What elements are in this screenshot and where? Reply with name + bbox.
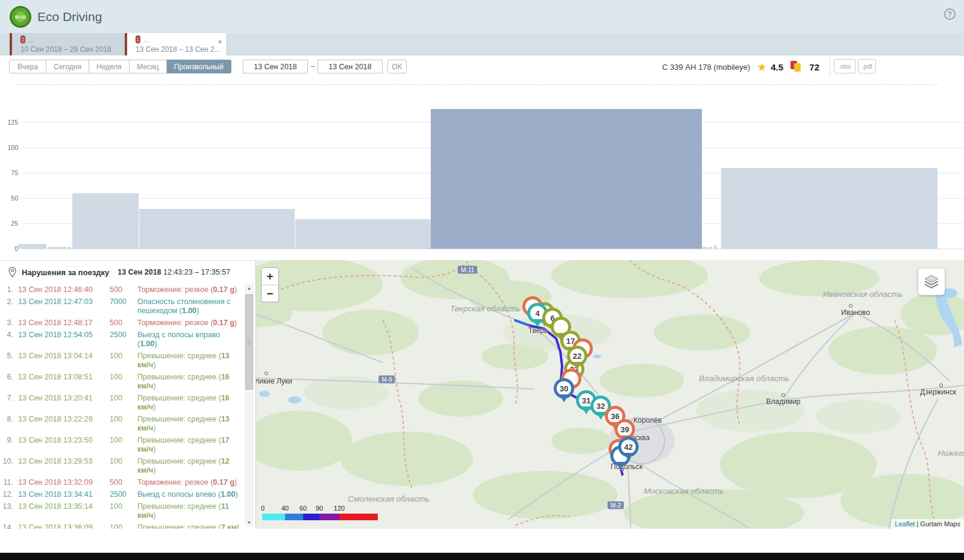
violation-row[interactable]: 12.13 Сен 2018 13:34:412500Выезд с полос… bbox=[0, 488, 243, 500]
violation-row[interactable]: 11.13 Сен 2018 13:32:09500Торможение: ре… bbox=[0, 476, 243, 488]
chart-bar[interactable] bbox=[139, 209, 295, 249]
zoom-in-button[interactable]: + bbox=[261, 268, 278, 285]
chart-bar[interactable] bbox=[703, 247, 707, 249]
chart-bar[interactable] bbox=[295, 219, 431, 249]
chart-bar[interactable] bbox=[72, 193, 139, 249]
vehicle-icon bbox=[20, 36, 25, 43]
violation-row[interactable]: 1.13 Сен 2018 12:46:40500Торможение: рез… bbox=[0, 284, 243, 296]
chart-bar[interactable] bbox=[63, 247, 66, 249]
range-button-1[interactable]: Вчера bbox=[9, 60, 46, 73]
violation-description: Торможение: резкое (0.17 g) bbox=[137, 478, 243, 487]
violation-description: Превышение: среднее (13 км/ч) bbox=[137, 352, 243, 370]
chart-bar[interactable] bbox=[18, 244, 46, 249]
chart-ytick-label: 100 bbox=[0, 144, 18, 151]
chart-bar[interactable] bbox=[67, 247, 70, 249]
tab-report-1[interactable]: ... 10 Сен 2018 – 28 Сен 2018 bbox=[10, 33, 124, 55]
tab-report-2[interactable]: ... 13 Сен 2018 – 13 Сен 2... × bbox=[125, 33, 227, 55]
tab-bar: ... 10 Сен 2018 – 28 Сен 2018 ... 13 Сен… bbox=[0, 33, 964, 55]
violation-penalty-value: 2500 bbox=[110, 331, 137, 340]
chart-ytick-label: 75 bbox=[0, 169, 18, 176]
violations-scrollbar[interactable]: ▲ ▼ bbox=[245, 284, 254, 527]
leaflet-link[interactable]: Leaflet bbox=[895, 520, 915, 527]
map-marker-22[interactable]: 22 bbox=[567, 346, 587, 366]
date-from-input[interactable]: 13 Сен 2018 bbox=[243, 60, 308, 73]
region-label: Нижегородская область bbox=[937, 449, 964, 458]
city-label: Королёв bbox=[634, 416, 662, 425]
violation-row[interactable]: 7.13 Сен 2018 13:20:41100Превышение: сре… bbox=[0, 392, 243, 413]
help-icon[interactable]: ? bbox=[944, 8, 956, 20]
violations-count: 72 bbox=[809, 62, 819, 72]
trips-penalty-chart[interactable]: 0255075100125 bbox=[0, 78, 964, 260]
violation-number: 14. bbox=[0, 523, 18, 529]
violation-number: 4. bbox=[0, 331, 18, 340]
violation-penalty-value: 100 bbox=[110, 373, 137, 382]
range-button-4[interactable]: Месяц bbox=[130, 60, 167, 73]
road-badge: М-11 bbox=[458, 266, 477, 274]
range-button-5[interactable]: Произвольный bbox=[167, 60, 231, 73]
city-dot bbox=[781, 393, 785, 397]
violation-row[interactable]: 3.13 Сен 2018 12:48:17500Торможение: рез… bbox=[0, 317, 243, 329]
speed-legend-segment bbox=[339, 514, 378, 520]
export-pdf-button[interactable]: .pdf bbox=[858, 59, 876, 73]
penalty-cards-icon bbox=[790, 61, 803, 72]
map-marker-42[interactable]: 42 bbox=[618, 437, 639, 457]
region-label: Московская область bbox=[644, 487, 724, 496]
violation-number: 2. bbox=[0, 297, 18, 306]
violation-penalty-value: 100 bbox=[110, 523, 137, 529]
zoom-out-button[interactable]: − bbox=[261, 285, 278, 302]
date-separator: – bbox=[311, 62, 315, 70]
violation-row[interactable]: 4.13 Сен 2018 12:54:052500Выезд с полосы… bbox=[0, 329, 243, 350]
city-label: Владимир bbox=[766, 397, 800, 406]
violation-penalty-value: 2500 bbox=[110, 490, 137, 499]
marker-number: 30 bbox=[557, 381, 571, 396]
violation-penalty-value: 100 bbox=[110, 457, 137, 466]
chart-ytick-label: 25 bbox=[0, 220, 18, 227]
chart-bar[interactable] bbox=[709, 247, 712, 249]
ok-button[interactable]: OK bbox=[387, 60, 407, 73]
toolbar: ВчераСегодняНеделяМесяцПроизвольный 13 С… bbox=[0, 55, 964, 78]
range-button-3[interactable]: Неделя bbox=[89, 60, 130, 73]
scroll-up-icon[interactable]: ▲ bbox=[245, 284, 254, 293]
speed-legend: 0406090120 bbox=[262, 505, 383, 524]
scroll-down-icon[interactable]: ▼ bbox=[245, 518, 254, 527]
map-zoom-control: + − bbox=[261, 267, 279, 302]
violation-row[interactable]: 6.13 Сен 2018 13:08:51100Превышение: сре… bbox=[0, 371, 243, 392]
violation-row[interactable]: 13.13 Сен 2018 13:35:14100Превышение: ср… bbox=[0, 500, 243, 521]
chart-gridline bbox=[23, 249, 964, 249]
chart-bar[interactable] bbox=[48, 247, 63, 249]
eco-driving-app: ECO Eco Driving ? ... 10 Сен 2018 – 28 С… bbox=[0, 0, 964, 560]
violation-row[interactable]: 2.13 Сен 2018 12:47:037000Опасность стол… bbox=[0, 296, 243, 317]
violation-description: Превышение: среднее (7 км/ч) bbox=[137, 523, 243, 529]
violation-row[interactable]: 14.13 Сен 2018 13:36:09100Превышение: ср… bbox=[0, 521, 243, 529]
speed-legend-segment bbox=[285, 514, 303, 520]
map-marker-30[interactable]: 30 bbox=[554, 378, 574, 399]
violation-row[interactable]: 10.13 Сен 2018 13:29:53100Превышение: ср… bbox=[0, 455, 243, 476]
violation-row[interactable]: 9.13 Сен 2018 13:23:50100Превышение: сре… bbox=[0, 434, 243, 455]
map-tiles bbox=[256, 260, 964, 529]
scrollbar-thumb[interactable] bbox=[245, 294, 253, 390]
speed-tick-label: 90 bbox=[316, 505, 323, 512]
chart-bar[interactable] bbox=[721, 168, 937, 249]
close-tab-icon[interactable]: × bbox=[218, 39, 222, 45]
violation-number: 11. bbox=[0, 478, 18, 487]
map-layers-button[interactable] bbox=[918, 269, 945, 295]
map-pin-icon bbox=[8, 267, 16, 278]
violations-title: Нарушения за поездку bbox=[22, 268, 109, 277]
road-badge: М-2 bbox=[607, 502, 624, 509]
export-xlsx-button[interactable]: .xlsx bbox=[834, 59, 856, 73]
chart-top-dashed-line bbox=[17, 84, 937, 85]
violation-row[interactable]: 5.13 Сен 2018 13:04:14100Превышение: сре… bbox=[0, 350, 243, 371]
vehicle-icon bbox=[136, 36, 140, 43]
tab-date-range: 13 Сен 2018 – 13 Сен 2... bbox=[131, 45, 222, 54]
route-map[interactable]: Тверская областьИвановская областьВладим… bbox=[256, 260, 964, 529]
region-label: Ивановская область bbox=[823, 290, 903, 299]
violation-number: 6. bbox=[0, 373, 18, 382]
chart-bar[interactable] bbox=[714, 246, 717, 249]
violation-row[interactable]: 8.13 Сен 2018 13:22:29100Превышение: сре… bbox=[0, 413, 243, 434]
city-dot bbox=[849, 304, 853, 308]
range-button-2[interactable]: Сегодня bbox=[46, 60, 89, 73]
violation-penalty-value: 100 bbox=[110, 436, 137, 445]
date-to-input[interactable]: 13 Сен 2018 bbox=[318, 60, 383, 73]
speed-legend-segment bbox=[303, 514, 319, 520]
chart-bar-selected[interactable] bbox=[431, 109, 702, 249]
